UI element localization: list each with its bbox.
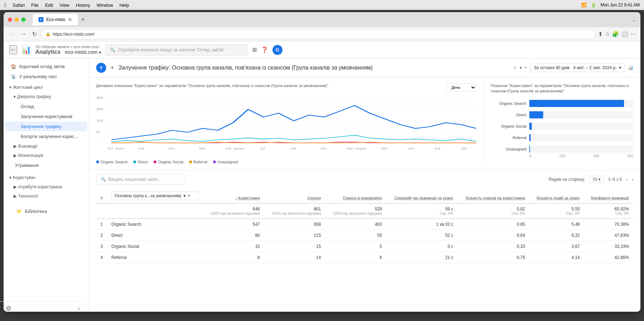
menu-safari[interactable]: Safari xyxy=(12,2,25,8)
add-dimension-button[interactable]: + xyxy=(188,193,190,198)
monetization-header[interactable]: ▶ Монетизація xyxy=(4,151,89,160)
compare-dropdown-icon[interactable]: ▾ xyxy=(520,65,522,70)
period-select[interactable]: День Тиждень Місяць xyxy=(447,83,476,91)
bar-fill-referral xyxy=(529,134,531,141)
col-sessions[interactable]: Сеанси xyxy=(264,189,325,203)
menu-help[interactable]: Help xyxy=(119,2,129,8)
row-er-2: 47,83% xyxy=(584,230,633,241)
dimension-selector[interactable]: Основна група к...за умовчанням) ▾ + xyxy=(111,192,199,200)
content-area: 🏠 Короткий огляд звітів 📡 У реальному ча… xyxy=(4,58,640,312)
rows-per-page-select[interactable]: 10 ▾ xyxy=(589,176,604,183)
svg-text:19: 19 xyxy=(290,147,296,150)
col-sessions-per-user[interactable]: Кількість сеансів на користувача xyxy=(458,189,530,203)
address-bar[interactable]: 🔒 https://eco-misto.com/ xyxy=(41,29,595,39)
page-title: Залучення трафіку: Основна група каналів… xyxy=(119,65,509,71)
user-attrs-chevron-icon: ▶ xyxy=(14,184,17,189)
ga-search-box[interactable]: 🔍 Спробуйте виконати пошук за запитом "О… xyxy=(105,44,248,56)
new-tab-button[interactable]: + xyxy=(78,16,88,24)
refresh-button[interactable]: ↻ xyxy=(31,29,38,39)
row-spu-3: 0,33 xyxy=(458,241,530,252)
pagination-prev[interactable]: ‹ xyxy=(626,177,628,182)
svg-text:20: 20 xyxy=(96,108,103,111)
grid-icon[interactable]: ⊞ xyxy=(252,46,257,53)
rows-dropdown-icon: ▾ xyxy=(598,177,601,182)
user-section-header[interactable]: ▾ Користувач xyxy=(4,173,89,182)
col-avg-time[interactable]: Середній час взаємодії за сеанс xyxy=(386,189,457,203)
minimize-button[interactable] xyxy=(15,17,19,22)
lifecycle-label: Життєвий цикл xyxy=(13,85,43,90)
sidebar-item-traffic-acquisition[interactable]: Залучення трафіку xyxy=(5,122,87,131)
svg-text:12: 12 xyxy=(260,147,266,150)
apple-icon[interactable]:  xyxy=(4,2,6,8)
row-er-3: 33,33% xyxy=(584,241,633,252)
bar-chart: Organic Search Direct xyxy=(491,97,633,153)
sidebar-item-user-cohorts[interactable]: Когорти залучення корис... xyxy=(5,132,87,141)
close-button[interactable] xyxy=(8,17,12,22)
total-users-sub: 100% від загального підсумка xyxy=(207,212,260,215)
axis-400: 400 xyxy=(593,154,599,158)
sidebar-item-user-acquisition[interactable]: Залучення користувачів xyxy=(5,112,87,121)
table-search-box[interactable]: 🔍 Введіть пошуковий запит... xyxy=(96,174,185,184)
sidebar-item-realtime[interactable]: 📡 У реальному часі xyxy=(5,72,87,81)
legend-organic-social: Organic Social xyxy=(154,160,183,164)
user-section-label: Користувач xyxy=(13,175,36,180)
tab-eco-misto[interactable]: E Eco-misto ✕ xyxy=(33,14,78,25)
sidebar-item-retention[interactable]: Утримання xyxy=(5,160,87,170)
ga-back-button[interactable]: ← xyxy=(9,45,17,54)
total-label xyxy=(107,203,203,219)
sidebar-item-library[interactable]: 📁 Бібліотека xyxy=(11,207,82,216)
tab-dropdown-icon[interactable]: ⌄ xyxy=(632,17,636,22)
date-range-button[interactable]: За останні 90 днів 4 квіт. – 2 лип. 2024… xyxy=(530,63,625,72)
col-engagement-rate[interactable]: Коефіцієнт взаємодії xyxy=(584,189,633,203)
comparison-chart-icon[interactable]: 📊 xyxy=(628,65,633,70)
add-comparison-button[interactable]: + xyxy=(110,64,114,72)
referral-legend-label: Referral xyxy=(193,160,207,164)
property-dropdown-icon[interactable]: ▾ xyxy=(99,50,101,55)
row-name-2[interactable]: Direct xyxy=(107,230,203,241)
add-chart-button[interactable]: + xyxy=(525,65,527,70)
col-events-per-session[interactable]: Кількість подій за сеанс xyxy=(529,189,584,203)
traffic-sources-header[interactable]: ▾ Джерела трафіку xyxy=(4,92,89,101)
url-text: https://eco-misto.com/ xyxy=(53,32,94,37)
pagination-next[interactable]: › xyxy=(632,177,633,182)
menu-edit[interactable]: Edit xyxy=(45,2,53,8)
direct-legend-label: Direct xyxy=(137,160,148,164)
menu-view[interactable]: View xyxy=(59,2,69,8)
back-button[interactable]: ← xyxy=(8,30,16,39)
total-sessions-value: 801 xyxy=(269,207,321,212)
menu-history[interactable]: History xyxy=(76,2,90,8)
collapse-icon[interactable]: ‹ xyxy=(78,305,80,312)
forward-button[interactable]: → xyxy=(19,30,28,39)
help-icon[interactable]: ❓ xyxy=(261,46,268,53)
lifecycle-section-header[interactable]: ▾ Життєвий цикл xyxy=(4,83,89,92)
interactions-header[interactable]: ▶ Взаємодії xyxy=(4,142,89,151)
ga-search-placeholder: Спробуйте виконати пошук за запитом "Огл… xyxy=(118,47,225,52)
row-name-4[interactable]: Referral xyxy=(107,252,203,263)
share-icon[interactable]: ⬆ xyxy=(598,31,603,37)
bookmark-icon[interactable]: ☆ xyxy=(605,31,610,37)
technologies-header[interactable]: ▶ Технології xyxy=(4,192,89,201)
menu-file[interactable]: File xyxy=(31,2,38,8)
user-avatar[interactable]: G xyxy=(272,45,282,55)
more-options-icon[interactable]: ⋯ xyxy=(630,31,636,37)
row-name-1[interactable]: Organic Search xyxy=(107,219,203,230)
user-attrs-header[interactable]: ▶ Атрибути користувача xyxy=(4,182,89,192)
row-name-3[interactable]: Organic Social xyxy=(107,241,203,252)
tab-close-button[interactable]: ✕ xyxy=(68,17,72,22)
user-attrs-label: Атрибути користувача xyxy=(18,184,62,189)
col-dimension[interactable]: Основна група к...за умовчанням) ▾ + xyxy=(107,189,203,203)
extensions-icon[interactable]: 🧩 xyxy=(612,31,619,37)
sidebar-toggle-icon[interactable]: ⬜ xyxy=(621,31,628,37)
sidebar-item-home[interactable]: 🏠 Короткий огляд звітів xyxy=(5,62,87,71)
svg-text:30: 30 xyxy=(96,96,103,100)
row-sessions-2: 115 xyxy=(264,230,325,241)
sidebar-item-overview[interactable]: Огляд xyxy=(5,102,87,111)
maximize-button[interactable] xyxy=(21,17,26,22)
col-users[interactable]: ↓ Користувачі xyxy=(203,189,264,203)
menu-window[interactable]: Window xyxy=(97,2,113,8)
search-placeholder: Введіть пошуковий запит... xyxy=(108,177,161,182)
ga-breadcrumb: Усі облікові записи > eco-misto.com xyxy=(35,45,101,49)
technologies-chevron-icon: ▶ xyxy=(14,194,17,199)
settings-icon[interactable]: ⚙ xyxy=(6,305,11,312)
col-sessions-engagement[interactable]: Сеанси із взаємодією xyxy=(325,189,386,203)
